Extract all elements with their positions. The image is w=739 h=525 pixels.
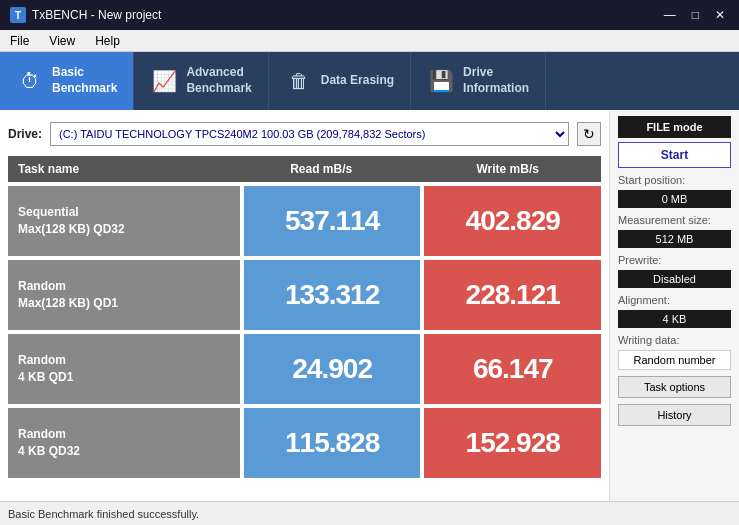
- tab-advanced-benchmark[interactable]: 📈 AdvancedBenchmark: [134, 52, 268, 110]
- tab-basic-label: BasicBenchmark: [52, 65, 117, 96]
- tab-erasing-label: Data Erasing: [321, 73, 394, 89]
- refresh-icon: ↻: [583, 126, 595, 142]
- alignment-label: Alignment:: [618, 294, 731, 306]
- benchmark-table: Task name Read mB/s Write mB/s Sequentia…: [8, 156, 601, 493]
- row1-read: 537.114: [244, 186, 421, 256]
- title-bar: T TxBENCH - New project — □ ✕: [0, 0, 739, 30]
- row3-name: Random4 KB QD1: [8, 334, 240, 404]
- row3-read: 24.902: [244, 334, 421, 404]
- task-options-button[interactable]: Task options: [618, 376, 731, 398]
- tab-basic-benchmark[interactable]: ⏱ BasicBenchmark: [0, 52, 134, 110]
- right-panel: FILE mode Start Start position: 0 MB Mea…: [609, 110, 739, 501]
- header-read: Read mB/s: [228, 156, 415, 182]
- start-button[interactable]: Start: [618, 142, 731, 168]
- minimize-button[interactable]: —: [660, 8, 680, 22]
- maximize-button[interactable]: □: [688, 8, 703, 22]
- row2-read: 133.312: [244, 260, 421, 330]
- row2-write: 228.121: [424, 260, 601, 330]
- tab-drive-information[interactable]: 💾 DriveInformation: [411, 52, 546, 110]
- menu-view[interactable]: View: [45, 32, 79, 50]
- tab-bar: ⏱ BasicBenchmark 📈 AdvancedBenchmark 🗑 D…: [0, 52, 739, 110]
- row3-write: 66.147: [424, 334, 601, 404]
- row4-name: Random4 KB QD32: [8, 408, 240, 478]
- menu-bar: File View Help: [0, 30, 739, 52]
- measurement-size-value: 512 MB: [618, 230, 731, 248]
- table-row: SequentialMax(128 KB) QD32 537.114 402.8…: [8, 186, 601, 256]
- drive-info-icon: 💾: [427, 69, 455, 93]
- writing-data-label: Writing data:: [618, 334, 731, 346]
- advanced-benchmark-icon: 📈: [150, 69, 178, 93]
- row1-write: 402.829: [424, 186, 601, 256]
- menu-help[interactable]: Help: [91, 32, 124, 50]
- table-row: Random4 KB QD1 24.902 66.147: [8, 334, 601, 404]
- start-position-label: Start position:: [618, 174, 731, 186]
- menu-file[interactable]: File: [6, 32, 33, 50]
- drive-row: Drive: (C:) TAIDU TECHNOLOGY TPCS240M2 1…: [8, 118, 601, 150]
- table-header: Task name Read mB/s Write mB/s: [8, 156, 601, 182]
- close-button[interactable]: ✕: [711, 8, 729, 22]
- measurement-size-label: Measurement size:: [618, 214, 731, 226]
- history-button[interactable]: History: [618, 404, 731, 426]
- header-task-name: Task name: [8, 156, 228, 182]
- basic-benchmark-icon: ⏱: [16, 70, 44, 93]
- table-row: Random4 KB QD32 115.828 152.928: [8, 408, 601, 478]
- window-title: TxBENCH - New project: [32, 8, 161, 22]
- status-text: Basic Benchmark finished successfully.: [8, 508, 199, 520]
- drive-select[interactable]: (C:) TAIDU TECHNOLOGY TPCS240M2 100.03 G…: [50, 122, 569, 146]
- tab-advanced-label: AdvancedBenchmark: [186, 65, 251, 96]
- tab-drive-label: DriveInformation: [463, 65, 529, 96]
- file-mode-button[interactable]: FILE mode: [618, 116, 731, 138]
- status-bar: Basic Benchmark finished successfully.: [0, 501, 739, 525]
- start-position-value: 0 MB: [618, 190, 731, 208]
- header-write: Write mB/s: [414, 156, 601, 182]
- prewrite-value: Disabled: [618, 270, 731, 288]
- data-erasing-icon: 🗑: [285, 70, 313, 93]
- writing-data-value: Random number: [618, 350, 731, 370]
- row4-read: 115.828: [244, 408, 421, 478]
- left-panel: Drive: (C:) TAIDU TECHNOLOGY TPCS240M2 1…: [0, 110, 609, 501]
- drive-refresh-button[interactable]: ↻: [577, 122, 601, 146]
- row4-write: 152.928: [424, 408, 601, 478]
- main-content: Drive: (C:) TAIDU TECHNOLOGY TPCS240M2 1…: [0, 110, 739, 501]
- app-icon: T: [10, 7, 26, 23]
- alignment-value: 4 KB: [618, 310, 731, 328]
- drive-label: Drive:: [8, 127, 42, 141]
- row1-name: SequentialMax(128 KB) QD32: [8, 186, 240, 256]
- row2-name: RandomMax(128 KB) QD1: [8, 260, 240, 330]
- prewrite-label: Prewrite:: [618, 254, 731, 266]
- tab-data-erasing[interactable]: 🗑 Data Erasing: [269, 52, 411, 110]
- table-row: RandomMax(128 KB) QD1 133.312 228.121: [8, 260, 601, 330]
